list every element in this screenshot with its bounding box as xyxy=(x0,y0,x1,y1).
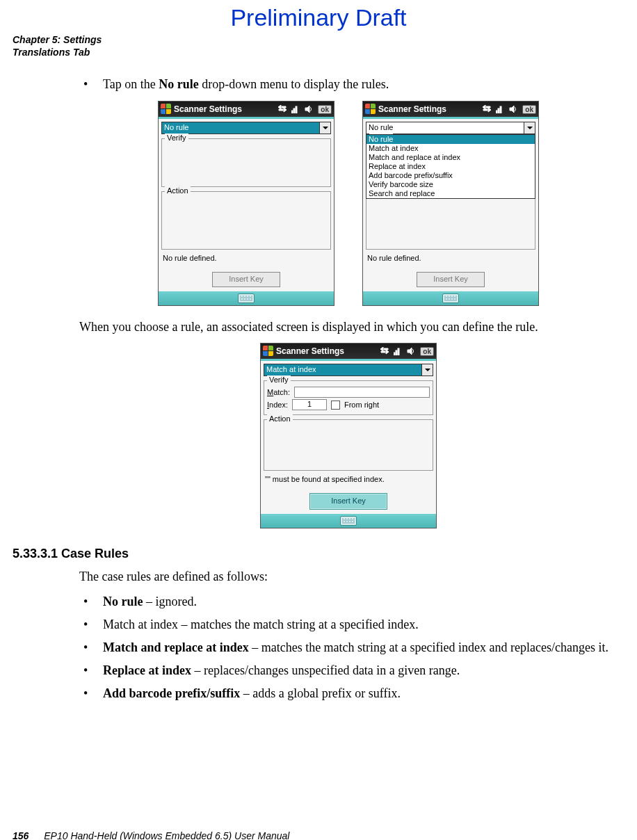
case-rule-text: – ignored. xyxy=(143,595,197,608)
svg-rect-1 xyxy=(293,108,295,113)
case-rule-item: Match at index – matches the match strin… xyxy=(79,615,618,634)
match-input[interactable] xyxy=(294,387,430,398)
running-header: Chapter 5: Settings Translations Tab xyxy=(13,34,624,58)
signal-icon xyxy=(392,346,403,356)
case-rule-bold: Replace at index xyxy=(103,663,191,677)
rule-dropdown[interactable]: No rule xyxy=(161,122,331,134)
verify-group-label: Verify xyxy=(165,134,188,142)
status-text: "" must be found at specified index. xyxy=(265,475,432,483)
insert-key-button: Insert Key xyxy=(212,272,280,287)
from-right-label: From right xyxy=(344,401,379,409)
case-rule-bold: Add barcode prefix/suffix xyxy=(103,686,240,700)
case-rule-bold: Match and replace at index xyxy=(103,640,249,654)
chevron-down-icon[interactable] xyxy=(524,122,535,134)
status-text: No rule defined. xyxy=(163,254,330,262)
window-title: Scanner Settings xyxy=(378,104,446,114)
window-title: Scanner Settings xyxy=(174,104,242,114)
intro-post: drop-down menu to display the rules. xyxy=(199,77,389,91)
start-icon[interactable] xyxy=(161,104,172,115)
start-icon[interactable] xyxy=(263,346,274,357)
action-group-label: Action xyxy=(165,186,191,195)
dropdown-option[interactable]: Add barcode prefix/suffix xyxy=(366,171,535,180)
svg-rect-5 xyxy=(500,106,501,113)
ok-button[interactable]: ok xyxy=(522,105,536,114)
rule-dropdown[interactable]: Match at index xyxy=(264,364,433,376)
dropdown-option[interactable]: Match at index xyxy=(366,144,535,153)
section-heading: 5.33.3.1 Case Rules xyxy=(13,547,618,561)
case-rule-item: Add barcode prefix/suffix – adds a globa… xyxy=(79,684,618,703)
intro-bold: No rule xyxy=(159,77,199,91)
svg-rect-3 xyxy=(496,111,497,113)
svg-rect-7 xyxy=(396,350,397,355)
signal-icon xyxy=(494,104,506,114)
from-right-checkbox[interactable] xyxy=(331,401,340,410)
rule-dropdown-value: No rule xyxy=(162,122,319,134)
case-rule-bold: No rule xyxy=(103,595,143,608)
connectivity-icon xyxy=(277,104,288,114)
case-rule-item: Replace at index – replaces/changes unsp… xyxy=(79,661,618,680)
svg-rect-4 xyxy=(498,108,499,113)
rule-dropdown-list[interactable]: No rule Match at index Match and replace… xyxy=(366,134,535,199)
page-number: 156 xyxy=(13,830,29,840)
rule-dropdown[interactable]: No rule xyxy=(366,122,535,134)
screenshot-no-rule-open: Scanner Settings ok No rule No rule M xyxy=(362,101,539,306)
case-rule-text: Match at index – matches the match strin… xyxy=(103,617,419,631)
dropdown-option[interactable]: Search and replace xyxy=(366,189,535,198)
insert-key-button[interactable]: Insert Key xyxy=(309,493,387,510)
case-rule-text: – replaces/changes unspecified data in a… xyxy=(191,663,460,677)
keyboard-icon[interactable] xyxy=(238,293,255,303)
intro-pre: Tap on the xyxy=(103,77,159,91)
ok-button[interactable]: ok xyxy=(420,347,434,356)
rule-dropdown-value: No rule xyxy=(366,122,524,134)
keyboard-icon[interactable] xyxy=(442,293,459,303)
connectivity-icon xyxy=(481,104,492,114)
section-label: Translations Tab xyxy=(13,47,624,59)
chapter-label: Chapter 5: Settings xyxy=(13,34,624,47)
connectivity-icon xyxy=(379,346,390,356)
volume-icon xyxy=(303,104,314,114)
chevron-down-icon[interactable] xyxy=(319,122,330,134)
dropdown-option[interactable]: Match and replace at index xyxy=(366,153,535,162)
insert-key-button: Insert Key xyxy=(417,272,485,287)
match-label: Match: xyxy=(267,388,290,396)
preliminary-draft-label: Preliminary Draft xyxy=(13,4,624,31)
case-rule-text: – matches the match string at a specifie… xyxy=(249,640,608,654)
chevron-down-icon[interactable] xyxy=(421,364,433,375)
svg-rect-2 xyxy=(296,106,297,113)
window-title: Scanner Settings xyxy=(276,346,344,356)
case-rule-text: – adds a global prefix or suffix. xyxy=(240,686,401,700)
intro-bullet: Tap on the No rule drop-down menu to dis… xyxy=(79,75,618,94)
keyboard-icon[interactable] xyxy=(340,516,357,526)
status-text: No rule defined. xyxy=(367,254,534,262)
dropdown-option[interactable]: Verify barcode size xyxy=(366,180,535,189)
rule-dropdown-value: Match at index xyxy=(264,364,421,375)
section-intro: The case rules are defined as follows: xyxy=(79,568,618,585)
volume-icon xyxy=(508,104,519,114)
start-icon[interactable] xyxy=(365,104,376,115)
mid-paragraph: When you choose a rule, an associated sc… xyxy=(79,318,618,336)
case-rule-item: Match and replace at index – matches the… xyxy=(79,638,618,657)
screenshot-match-at-index: Scanner Settings ok Match at index Verif… xyxy=(260,343,437,528)
action-group-label: Action xyxy=(267,414,293,423)
svg-rect-6 xyxy=(394,353,395,355)
page-footer: 156 EP10 Hand-Held (Windows Embedded 6.5… xyxy=(13,830,289,840)
screenshot-no-rule-closed: Scanner Settings ok No rule Verify xyxy=(158,101,334,306)
signal-icon xyxy=(290,104,301,114)
ok-button[interactable]: ok xyxy=(318,105,332,114)
volume-icon xyxy=(405,346,417,356)
dropdown-option[interactable]: No rule xyxy=(366,135,535,144)
verify-group-label: Verify xyxy=(267,375,291,384)
index-input[interactable]: 1 xyxy=(292,399,327,410)
svg-rect-0 xyxy=(291,111,293,113)
manual-title: EP10 Hand-Held (Windows Embedded 6.5) Us… xyxy=(44,830,289,840)
svg-rect-8 xyxy=(398,348,399,355)
dropdown-option[interactable]: Replace at index xyxy=(366,162,535,171)
case-rule-item: No rule – ignored. xyxy=(79,592,618,611)
index-label: Index: xyxy=(267,401,288,409)
